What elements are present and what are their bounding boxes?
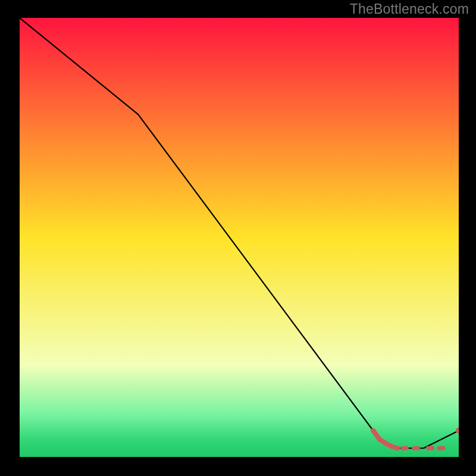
watermark-text: TheBottleneck.com xyxy=(350,1,469,17)
chart-frame: TheBottleneck.com xyxy=(0,0,476,476)
point-markers-segment xyxy=(371,428,375,433)
chart-plot-area xyxy=(20,18,459,457)
chart-svg xyxy=(20,18,459,457)
point-markers-segment xyxy=(384,441,389,446)
point-markers-segment xyxy=(377,437,382,441)
chart-background xyxy=(20,18,459,457)
point-markers-segment xyxy=(390,444,395,449)
point-markers-segment xyxy=(395,446,400,450)
